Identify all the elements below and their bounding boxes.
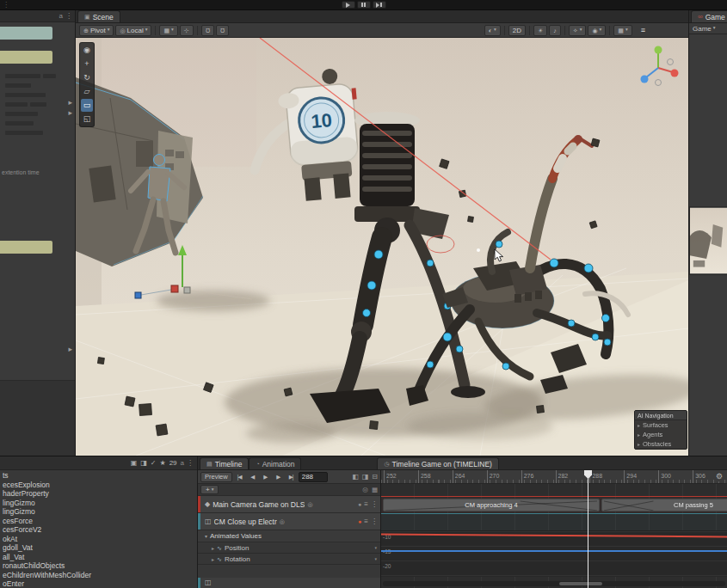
target-icon[interactable]: ◎ [362, 486, 368, 493]
prev-frame-button[interactable]: ◀ [247, 472, 258, 482]
goto-end-button[interactable]: ▶| [286, 472, 297, 482]
curves-toggle[interactable]: ≡ [364, 518, 368, 525]
lock-icon[interactable]: a [59, 12, 63, 20]
visibility-dropdown[interactable]: ◉ ▾ [588, 25, 606, 36]
draw-mode-dropdown[interactable]: ◐ ▾ [484, 25, 501, 36]
foldout-icon[interactable]: ▸ [68, 109, 72, 117]
pause-icon [361, 3, 366, 7]
check-icon[interactable]: ✓ [151, 459, 157, 467]
pause-button[interactable] [357, 1, 371, 9]
foldout-icon[interactable]: ▸ [68, 99, 72, 107]
track-menu-icon[interactable]: ⋮ [371, 501, 378, 508]
effects-dropdown[interactable]: ✧ ▾ [569, 25, 587, 36]
next-frame-button[interactable]: ▶ [273, 472, 284, 482]
asset-item[interactable]: ronautChildObjects [0, 561, 197, 571]
overlay-menu-icon[interactable]: ≡ [641, 27, 645, 34]
tab-game[interactable]: ∞ Game [691, 10, 727, 22]
animated-param-row[interactable]: ▸ ∿ Rotation ▾ [198, 554, 380, 565]
asset-item[interactable]: oEnter [0, 579, 197, 588]
asset-item[interactable]: cesForceV2 [0, 525, 197, 535]
star-icon[interactable]: ★ [159, 459, 165, 467]
step-button[interactable] [373, 1, 386, 9]
move-tool-button[interactable]: + [81, 58, 93, 70]
asset-item[interactable]: ts [0, 471, 197, 481]
play-button[interactable]: ▶ [260, 472, 271, 482]
tab-timeline[interactable]: ▤ Timeline [200, 457, 249, 469]
play-button[interactable] [342, 1, 355, 9]
ai-navigation-item[interactable]: ▸ Surfaces [635, 420, 687, 430]
timeline-clips-area[interactable]: 252258264270276282288294300306 ⚙ CM appr… [381, 470, 727, 588]
curves-toggle[interactable]: ≡ [364, 501, 368, 508]
track-cm-closeup[interactable]: ◫ CM Close up Electr ◎ ● ≡ ⋮ [198, 513, 380, 530]
animation-curves-area[interactable]: -10-15-20 [381, 530, 727, 577]
foldout-open-icon[interactable]: ▾ [205, 533, 207, 539]
playhead[interactable] [588, 470, 588, 588]
clip-cm-passing[interactable]: CM passing 5 [601, 499, 727, 511]
tab-scene[interactable]: ▣ Scene [77, 10, 120, 22]
timeline-hscrollbar[interactable] [383, 581, 725, 586]
timeline-settings-button[interactable]: ⚙ [714, 472, 724, 481]
ai-navigation-item[interactable]: ▸ Obstacles [635, 439, 687, 449]
scene-lighting-toggle[interactable]: ☀ [533, 25, 547, 36]
grid-snap-toggle[interactable]: Ω [201, 25, 214, 36]
orientation-gizmo[interactable] [635, 43, 681, 89]
grid-view-icon[interactable]: ▣ [131, 459, 138, 467]
frame-field[interactable] [299, 472, 328, 482]
asset-item[interactable]: eChildrenWithMeshCollider [0, 571, 197, 580]
animated-values-group[interactable]: ▾ Animated Values [198, 530, 380, 542]
person-icon[interactable]: ◨ [140, 459, 147, 467]
transform-tool-button[interactable]: ◱ [81, 113, 93, 126]
rect-tool-button[interactable]: ▭ [81, 99, 93, 112]
target-icon[interactable]: ◎ [307, 501, 312, 507]
target-icon[interactable]: ◎ [280, 518, 285, 524]
2d-toggle[interactable]: 2D [508, 25, 526, 36]
ai-navigation-item[interactable]: ▸ Agents [635, 430, 687, 439]
replace-mode-icon[interactable]: ⊟ [372, 473, 378, 481]
add-track-button[interactable]: + ▾ [200, 485, 219, 494]
asset-item[interactable]: lingGizmo [0, 507, 197, 517]
vertex-snap-toggle[interactable]: Ω [216, 25, 229, 36]
game-display-dropdown[interactable]: Game [693, 25, 712, 33]
grid-icon[interactable]: ▦ [372, 486, 378, 493]
view-tool-button[interactable]: ◉ [81, 44, 93, 57]
ripple-mode-icon[interactable]: ◨ [362, 473, 369, 481]
timeline-icon: ▤ [206, 461, 213, 468]
asset-item[interactable]: all_Vat [0, 553, 197, 562]
asset-item[interactable]: cesForce [0, 517, 197, 526]
camera-track-lane[interactable]: CM approaching 4 CM passing 5 [381, 496, 727, 513]
asset-item[interactable]: gdoll_Vat [0, 543, 197, 553]
mix-mode-icon[interactable]: ◧ [352, 473, 359, 481]
panel-menu-icon[interactable]: ⋮ [65, 12, 72, 20]
scene-audio-toggle[interactable]: ♪ [549, 25, 561, 36]
tab-timeline-asset[interactable]: ◷ Timeline Game on (TIMELINE) [377, 457, 498, 469]
scene-viewport[interactable]: 10 [76, 38, 688, 456]
asset-item[interactable]: ecesExplosion [0, 481, 197, 490]
pivot-toggle[interactable]: ⊕ Pivot ▾ [79, 25, 114, 36]
asset-item[interactable]: haderProperty [0, 489, 197, 499]
goto-start-button[interactable]: |◀ [234, 472, 245, 482]
track-main-camera[interactable]: ◆ Main Camera Game on DLS ◎ ● ≡ ⋮ [198, 496, 380, 513]
tab-animation[interactable]: ◔ Animation [249, 457, 301, 469]
local-toggle[interactable]: ◎ Local ▾ [115, 25, 151, 36]
asset-item[interactable]: okAt [0, 535, 197, 544]
track-partial[interactable]: ◫ [198, 578, 380, 588]
timeline-ruler[interactable]: 252258264270276282288294300306 ⚙ [381, 470, 727, 484]
scale-tool-button[interactable]: ▱ [81, 85, 93, 98]
lock-icon[interactable]: a [181, 459, 184, 467]
track-menu-icon[interactable]: ⋮ [371, 518, 378, 525]
grid-visibility-button[interactable]: ▦ ▾ [159, 25, 177, 36]
clip-cm-approaching[interactable]: CM approaching 4 [383, 499, 600, 511]
record-toggle-active[interactable]: ● [358, 518, 361, 524]
foldout-icon[interactable]: ▸ [68, 346, 72, 353]
gizmos-dropdown[interactable]: ▦ ▾ [613, 25, 632, 36]
closeup-track-lane[interactable] [381, 513, 727, 530]
preview-toggle[interactable]: Preview [200, 472, 232, 482]
asset-item[interactable]: lingGizmo [0, 499, 197, 508]
field-highlight-olive [0, 51, 52, 64]
animated-param-row[interactable]: ▸ ∿ Position ▾ [198, 542, 380, 554]
scrollbar-thumb[interactable] [559, 582, 602, 585]
panel-menu-icon[interactable]: ⋮ [187, 459, 194, 467]
snap-increment-button[interactable]: ⊹ [180, 25, 194, 36]
record-toggle[interactable]: ● [358, 501, 361, 507]
rotate-tool-button[interactable]: ↻ [81, 71, 93, 84]
